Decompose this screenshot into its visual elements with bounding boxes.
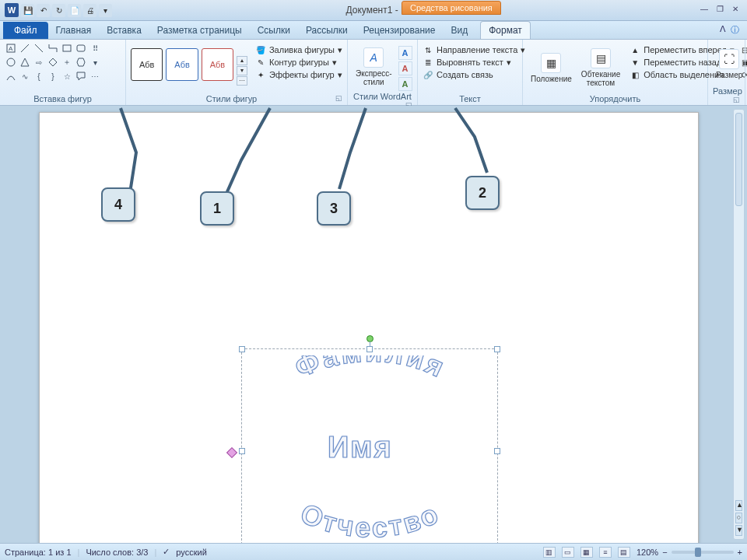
shape-line2-icon[interactable] (33, 42, 45, 54)
size-launcher-icon[interactable]: ◱ (733, 96, 740, 103)
text-outline-button[interactable]: A (398, 61, 412, 75)
create-link-button[interactable]: 🔗Создать связь (423, 69, 525, 80)
callout-4[interactable]: 4 (101, 187, 135, 222)
tab-format[interactable]: Формат (480, 21, 531, 39)
shape-hexagon-icon[interactable] (75, 56, 87, 68)
gallery-dropdown-icon[interactable]: ▾ (89, 56, 101, 68)
status-page[interactable]: Страница: 1 из 1 (5, 548, 72, 557)
tab-review[interactable]: Рецензирование (356, 22, 444, 39)
handle-nw[interactable] (239, 346, 245, 352)
svg-marker-7 (21, 58, 29, 66)
shape-curved-icon[interactable] (5, 70, 17, 82)
scroll-next-page-icon[interactable]: ▼ (735, 525, 742, 536)
vertical-scrollbar[interactable]: ▲ ○ ▼ (733, 109, 745, 540)
text-direction-button[interactable]: ⇅Направление текста▾ (423, 44, 525, 55)
view-fullscreen-button[interactable]: ▭ (562, 547, 574, 558)
shapes-gallery[interactable]: A ⠿ ⇨ ＋ ▾ ∿ { } ☆ (5, 42, 101, 93)
style-gallery-scroll[interactable]: ▴▾⋯ (237, 48, 247, 93)
shape-effects-button[interactable]: ✦Эффекты фигур▾ (255, 69, 342, 80)
tab-mailings[interactable]: Рассылки (298, 22, 356, 39)
text-effects-button[interactable]: A (398, 77, 412, 91)
handle-ne[interactable] (494, 346, 500, 352)
qat-undo-button[interactable]: ↶ (37, 4, 50, 17)
position-button[interactable]: ▦ Положение (528, 42, 575, 93)
shape-outline-button[interactable]: ✎Контур фигуры▾ (255, 57, 342, 68)
style-preset-3[interactable]: Абв (202, 48, 233, 81)
qat-extra2-button[interactable]: 🖨 (83, 4, 96, 17)
wrap-text-button[interactable]: ▤ Обтекание текстом (578, 42, 623, 93)
view-web-button[interactable]: ▦ (580, 547, 593, 558)
style-preset-2[interactable]: Абв (166, 48, 198, 81)
zoom-knob[interactable] (695, 548, 701, 557)
scroll-prev-page-icon[interactable]: ▲ (735, 500, 742, 511)
status-language[interactable]: русский (176, 548, 206, 557)
callout-1[interactable]: 1 (200, 191, 234, 226)
tab-references[interactable]: Ссылки (250, 22, 298, 39)
callout-2[interactable]: 2 (465, 176, 500, 210)
shape-textbox-icon[interactable]: A (5, 42, 17, 54)
wordart-middle[interactable]: Имя (328, 431, 393, 464)
tab-home[interactable]: Главная (48, 22, 100, 39)
svg-text:A: A (9, 45, 13, 52)
shape-line-icon[interactable] (19, 42, 31, 54)
tab-file[interactable]: Файл (3, 22, 48, 39)
scroll-thumb[interactable] (735, 113, 742, 206)
handle-e[interactable] (494, 448, 500, 454)
style-preset-1[interactable]: Абв (131, 48, 163, 81)
shape-callout-icon[interactable] (75, 70, 87, 82)
size-icon: ⛶ (719, 49, 739, 69)
qat-customize-button[interactable]: ▾ (99, 4, 112, 17)
shape-diamond-icon[interactable] (47, 56, 59, 68)
handle-n[interactable] (366, 346, 373, 352)
shape-circle-icon[interactable] (5, 56, 17, 68)
size-button[interactable]: ⛶ Размер (713, 42, 745, 86)
shape-star-icon[interactable]: ☆ (61, 70, 73, 82)
text-fill-button[interactable]: A (398, 46, 412, 60)
qat-extra1-button[interactable]: 📄 (68, 4, 81, 17)
styles-launcher-icon[interactable]: ◱ (335, 94, 342, 102)
shape-editpoints-icon[interactable]: ⠿ (89, 42, 101, 54)
view-outline-button[interactable]: ≡ (599, 547, 612, 558)
textbox-selected[interactable]: Фамилия Имя Отчество (241, 348, 498, 543)
view-printlayout-button[interactable]: ▥ (543, 547, 556, 558)
group-insert-shapes: A ⠿ ⇨ ＋ ▾ ∿ { } ☆ (0, 40, 126, 105)
wordart-bottom[interactable]: Отчество (242, 480, 499, 543)
zoom-slider[interactable] (672, 551, 734, 554)
shape-plus-icon[interactable]: ＋ (61, 56, 73, 68)
close-button[interactable]: ✕ (728, 5, 742, 16)
word-app-icon[interactable]: W (5, 3, 19, 17)
scroll-browse-icon[interactable]: ○ (735, 513, 742, 523)
wordart-quick-styles-button[interactable]: A Экспресс- стили (352, 42, 395, 91)
gallery-more-icon[interactable]: ⋯ (89, 70, 101, 82)
wordart-top[interactable]: Фамилия (242, 355, 499, 418)
shape-fill-button[interactable]: 🪣Заливка фигуры▾ (255, 44, 342, 55)
tab-insert[interactable]: Вставка (99, 22, 149, 39)
zoom-level[interactable]: 120% (637, 548, 658, 557)
shape-connector-icon[interactable] (47, 42, 59, 54)
handle-w[interactable] (239, 448, 245, 454)
restore-button[interactable]: ❐ (713, 5, 727, 16)
callout-3[interactable]: 3 (317, 191, 351, 226)
shape-rect-icon[interactable] (61, 42, 73, 54)
help-icon[interactable]: ⓘ (731, 24, 739, 36)
shape-curve-icon[interactable]: ∿ (19, 70, 31, 82)
qat-redo-button[interactable]: ↻ (52, 4, 65, 17)
shape-arrow-icon[interactable]: ⇨ (33, 56, 45, 68)
minimize-button[interactable]: — (697, 5, 711, 16)
status-wordcount[interactable]: Число слов: 3/3 (86, 548, 148, 557)
send-backward-icon: ▼ (630, 57, 640, 68)
proofing-icon[interactable]: ✓ (163, 547, 170, 557)
shape-brace-icon[interactable]: { (33, 70, 45, 82)
shape-roundrect-icon[interactable] (75, 42, 87, 54)
svg-text:Отчество: Отчество (296, 497, 444, 543)
tab-pagelayout[interactable]: Разметка страницы (149, 22, 250, 39)
qat-save-button[interactable]: 💾 (21, 4, 34, 17)
ribbon-collapse-icon[interactable]: ᐱ (720, 24, 726, 36)
zoom-in-button[interactable]: + (738, 548, 742, 557)
shape-brace2-icon[interactable]: } (47, 70, 59, 82)
align-text-button[interactable]: ≣Выровнять текст▾ (423, 57, 525, 68)
view-draft-button[interactable]: ▤ (618, 547, 630, 558)
zoom-out-button[interactable]: − (662, 548, 667, 557)
tab-view[interactable]: Вид (443, 22, 475, 39)
shape-triangle-icon[interactable] (19, 56, 31, 68)
